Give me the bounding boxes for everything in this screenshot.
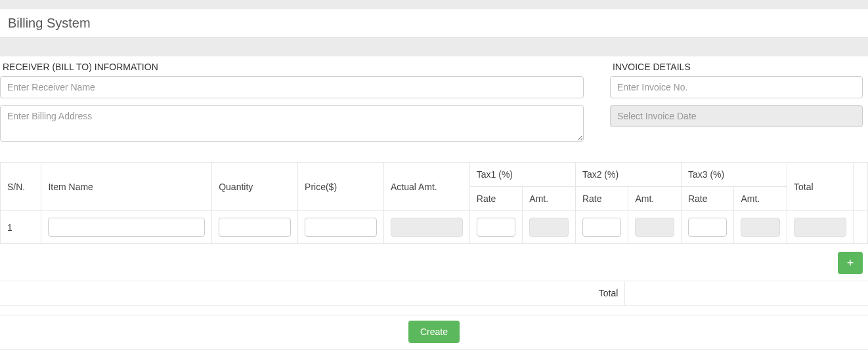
tax3-amt-output <box>741 218 780 237</box>
add-row-bar: + <box>0 244 868 281</box>
col-tax3: Tax3 (%) <box>681 163 787 187</box>
tax3-rate-input[interactable] <box>688 218 727 237</box>
page-title: Billing System <box>8 16 860 31</box>
tax1-amt-output <box>529 218 569 237</box>
form-area: RECEIVER (BILL TO) INFORMATION INVOICE D… <box>0 56 868 150</box>
table-row: 1 <box>1 211 868 244</box>
create-button[interactable]: Create <box>408 321 460 343</box>
row-action-cell <box>853 211 867 244</box>
grand-total-value <box>625 281 868 306</box>
row-total-output <box>794 218 846 237</box>
grand-total-label: Total <box>0 281 625 306</box>
item-name-input[interactable] <box>48 218 205 237</box>
tax2-rate-input[interactable] <box>582 218 622 237</box>
tax1-rate-input[interactable] <box>477 218 516 237</box>
col-tax3-rate: Rate <box>681 187 734 211</box>
items-table-body: 1 <box>1 211 868 244</box>
col-tax3-amt: Amt. <box>734 187 787 211</box>
items-table-wrap: S/N. Item Name Quantity Price($) Actual … <box>0 162 868 244</box>
invoice-section-label: INVOICE DETAILS <box>610 62 863 72</box>
actual-amt-output <box>391 218 463 237</box>
quantity-input[interactable] <box>219 218 291 237</box>
col-quantity: Quantity <box>212 163 298 211</box>
receiver-name-input[interactable] <box>0 76 584 98</box>
col-tax1: Tax1 (%) <box>469 163 575 187</box>
col-tax2-amt: Amt. <box>628 187 682 211</box>
col-actual-amt: Actual Amt. <box>383 163 469 211</box>
invoice-number-input[interactable] <box>610 76 863 98</box>
col-tax1-amt: Amt. <box>523 187 576 211</box>
col-tax1-rate: Rate <box>469 187 523 211</box>
grand-total-table: Total <box>0 281 868 306</box>
invoice-section: INVOICE DETAILS <box>610 62 868 150</box>
submit-bar: Create <box>0 315 868 350</box>
add-row-button[interactable]: + <box>838 252 863 274</box>
receiver-section-label: RECEIVER (BILL TO) INFORMATION <box>0 62 584 72</box>
billing-address-input[interactable] <box>0 105 584 142</box>
col-total: Total <box>787 163 854 211</box>
cell-sn: 1 <box>1 211 41 244</box>
items-table: S/N. Item Name Quantity Price($) Actual … <box>0 162 868 244</box>
receiver-section: RECEIVER (BILL TO) INFORMATION <box>0 62 590 150</box>
col-action <box>853 163 867 211</box>
price-input[interactable] <box>305 218 377 237</box>
col-item-name: Item Name <box>41 163 212 211</box>
header-gray-bar <box>0 38 868 56</box>
tax2-amt-output <box>635 218 674 237</box>
col-price: Price($) <box>298 163 384 211</box>
col-tax2-rate: Rate <box>575 187 628 211</box>
invoice-date-input[interactable] <box>610 105 863 127</box>
items-table-head: S/N. Item Name Quantity Price($) Actual … <box>1 163 868 211</box>
col-sn: S/N. <box>1 163 41 211</box>
header: Billing System <box>0 9 868 38</box>
top-stripe <box>0 0 868 9</box>
col-tax2: Tax2 (%) <box>575 163 681 187</box>
